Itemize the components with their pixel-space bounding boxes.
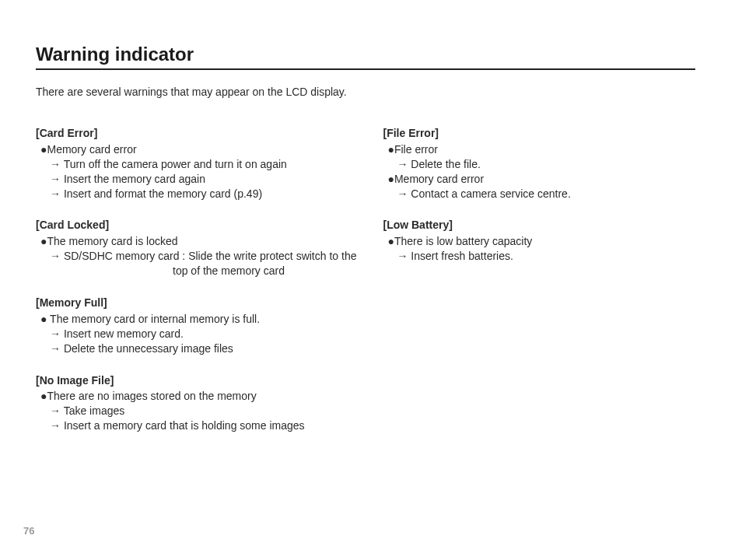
cause-text: The memory card is locked — [47, 235, 177, 247]
step-line: → Insert new memory card. — [50, 327, 356, 341]
cause-text: Memory card error — [47, 143, 136, 156]
page-number: 76 — [23, 525, 34, 537]
step-continuation: top of the memory card — [173, 264, 356, 278]
arrow-icon: → — [50, 250, 61, 262]
cause-text: There is low battery capacity — [394, 235, 532, 247]
bullet-icon: ● — [387, 235, 394, 247]
step-text: Insert the memory card again — [64, 173, 205, 185]
content-columns: [Card Error] ●Memory card error → Turn o… — [36, 126, 695, 450]
arrow-icon: → — [397, 187, 408, 200]
section-title: [Card Locked] — [36, 218, 356, 233]
section-title: [Low Battery] — [383, 218, 695, 233]
cause-text: There are no images stored on the memory — [47, 390, 256, 402]
bullet-icon: ● — [387, 143, 394, 156]
step-line: → Delete the file. — [397, 157, 695, 172]
step-line: → SD/SDHC memory card : Slide the write … — [50, 249, 356, 264]
cause-text: The memory card or internal memory is fu… — [47, 313, 260, 325]
step-line: → Insert fresh batteries. — [397, 249, 695, 264]
step-line: → Insert and format the memory card (p.4… — [50, 187, 356, 201]
cause-line: ●Memory card error — [40, 142, 356, 157]
arrow-icon: → — [50, 327, 61, 340]
left-column: [Card Error] ●Memory card error → Turn o… — [36, 126, 356, 450]
step-text: Delete the unnecessary image files — [64, 342, 233, 355]
step-line: → Turn off the camera power and turn it … — [50, 157, 356, 172]
section-title: [File Error] — [383, 126, 695, 141]
arrow-icon: → — [50, 158, 61, 170]
step-text: Insert and format the memory card (p.49) — [64, 187, 262, 200]
cause-text: File error — [394, 143, 438, 156]
arrow-icon: → — [397, 250, 408, 262]
step-line: → Delete the unnecessary image files — [50, 341, 356, 356]
cause-line: ●There are no images stored on the memor… — [40, 389, 356, 404]
section-low-battery: [Low Battery] ●There is low battery capa… — [383, 218, 695, 264]
section-no-image: [No Image File] ●There are no images sto… — [36, 373, 356, 434]
step-text: Insert fresh batteries. — [411, 250, 513, 262]
step-text: Turn off the camera power and turn it on… — [64, 158, 287, 170]
arrow-icon: → — [50, 419, 61, 432]
page-title: Warning indicator — [36, 44, 695, 65]
step-line: → Take images — [50, 404, 356, 418]
right-column: [File Error] ●File error → Delete the fi… — [383, 126, 695, 450]
arrow-icon: → — [50, 187, 61, 200]
cause-line: ●File error — [387, 142, 695, 157]
section-card-locked: [Card Locked] ●The memory card is locked… — [36, 218, 356, 278]
section-title: [No Image File] — [36, 373, 356, 388]
step-text: Delete the file. — [411, 158, 481, 170]
step-line: → Insert the memory card again — [50, 172, 356, 187]
arrow-icon: → — [50, 404, 61, 417]
step-text: Insert a memory card that is holding som… — [64, 419, 305, 432]
title-underline — [36, 68, 695, 70]
section-title: [Memory Full] — [36, 296, 356, 310]
cause-line: ●The memory card is locked — [40, 234, 356, 249]
section-card-error: [Card Error] ●Memory card error → Turn o… — [36, 126, 356, 201]
intro-text: There are several warnings that may appe… — [36, 86, 695, 98]
section-memory-full: [Memory Full] ● The memory card or inter… — [36, 296, 356, 356]
bullet-icon: ● — [387, 173, 394, 185]
cause-line: ●There is low battery capacity — [387, 234, 695, 249]
step-line: → Contact a camera service centre. — [397, 187, 695, 201]
cause-text: Memory card error — [394, 173, 484, 185]
arrow-icon: → — [397, 158, 408, 170]
document-page: Warning indicator There are several warn… — [0, 0, 742, 560]
step-text: Contact a camera service centre. — [411, 187, 570, 200]
step-line: → Insert a memory card that is holding s… — [50, 418, 356, 433]
arrow-icon: → — [50, 342, 61, 355]
cause-line: ●Memory card error — [387, 172, 695, 187]
step-text: Insert new memory card. — [64, 327, 184, 340]
arrow-icon: → — [50, 173, 61, 185]
step-text: Take images — [64, 404, 125, 417]
cause-line: ● The memory card or internal memory is … — [40, 312, 356, 327]
section-file-error: [File Error] ●File error → Delete the fi… — [383, 126, 695, 201]
section-title: [Card Error] — [36, 126, 356, 141]
step-text: SD/SDHC memory card : Slide the write pr… — [64, 250, 357, 262]
